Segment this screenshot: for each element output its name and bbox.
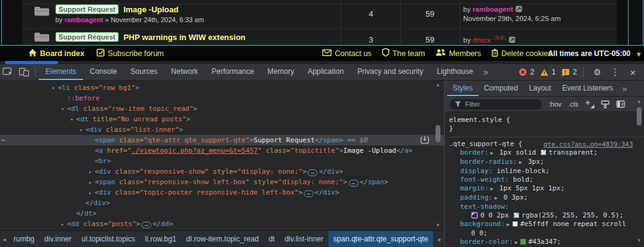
dom-tree-row[interactable]: <a href="./viewtopic.php?az_menu=&t=5457… [0, 145, 444, 156]
breadcrumb-item[interactable]: div.list-inner [280, 231, 328, 247]
sidebar-tab-computed[interactable]: Computed [479, 81, 523, 96]
toolbar-link-board-index[interactable]: Board index [28, 49, 84, 59]
scroll-down-icon[interactable]: ▼ [434, 222, 442, 228]
tree-expanded-icon[interactable]: ▾ [61, 104, 67, 115]
scroll-down-icon[interactable]: ▼ [635, 238, 643, 243]
toolbar-link-delete-cookies[interactable]: Delete cookies [491, 49, 552, 59]
scroll-up-icon[interactable]: ▲ [434, 82, 442, 87]
transparent-color-swatch[interactable] [514, 213, 519, 218]
tree-collapsed-icon[interactable]: ▸ [89, 188, 95, 198]
css-declaration[interactable]: border-radius:▶ 3px; [449, 158, 644, 167]
tree-expanded-icon[interactable]: ▾ [52, 83, 58, 94]
new-style-rule-button[interactable]: +◢ [585, 99, 594, 110]
tree-collapsed-icon[interactable]: ▸ [89, 177, 95, 188]
transparent-color-swatch[interactable] [541, 150, 546, 155]
elements-scrollbar[interactable]: ▲ ▼ [434, 81, 442, 229]
goto-post-icon[interactable] [515, 6, 522, 12]
breadcrumb-item[interactable]: li.row.bg1 [140, 231, 181, 247]
tab-network[interactable]: Network [164, 64, 205, 80]
breadcrumb-right-icon[interactable]: ▸ [435, 236, 444, 243]
last-author-link[interactable]: dmzx [472, 36, 490, 44]
expand-value-icon[interactable]: ▶ [493, 195, 499, 201]
toolbar-link-members[interactable]: Members [435, 49, 481, 58]
topic-title-link[interactable]: PHP warnings in WIW extension [124, 33, 245, 42]
css-declaration[interactable]: 0 0; [449, 229, 644, 238]
dom-tree-row[interactable]: ▾<dt title="No unread posts"> [0, 114, 444, 124]
tree-collapsed-icon[interactable]: ▸ [89, 167, 95, 177]
collapsed-content-icon[interactable]: … [349, 180, 359, 187]
tree-expanded-icon[interactable]: ▾ [70, 115, 76, 125]
rendering-emulation-icon[interactable] [601, 100, 610, 108]
toolbar-link-the-team[interactable]: The team [382, 48, 425, 59]
tab-performance[interactable]: Performance [205, 64, 261, 80]
tab-privacy-and-security[interactable]: Privacy and security [351, 64, 430, 80]
overflow-menu-icon[interactable]: ⋮ [608, 67, 622, 78]
dom-tree-row[interactable]: ▸<div class="topic-poster responsive-hid… [0, 187, 444, 198]
tab-memory[interactable]: Memory [261, 64, 301, 80]
breadcrumb-item[interactable]: dt [264, 231, 280, 247]
tab-lighthouse[interactable]: Lighthouse [430, 64, 480, 80]
topic-title-link[interactable]: Image -Upload [124, 5, 179, 14]
toolbar-link-subscribe-forum[interactable]: Subscribe forum [97, 49, 164, 59]
collapsed-content-icon[interactable]: … [308, 169, 317, 176]
css-declaration[interactable]: font-weight: bold; [449, 176, 644, 184]
color-swatch[interactable] [520, 239, 526, 245]
css-declaration[interactable]: border-color:▶#43a347; [449, 238, 644, 247]
dom-tree-row[interactable]: </div> [0, 198, 444, 208]
shadow-editor-icon[interactable] [471, 212, 478, 219]
computed-panel-toggle-icon[interactable] [616, 100, 625, 108]
tree-collapsed-icon[interactable]: ▸ [61, 219, 67, 230]
toggle-device-toolbar-icon[interactable] [16, 65, 32, 79]
author-link[interactable]: ramboagent [65, 16, 103, 23]
expand-value-icon[interactable]: ▶ [488, 150, 495, 156]
breadcrumb-item[interactable]: span.qte-attr.qte_support-qte [328, 231, 433, 247]
sidebar-tab-event-listeners[interactable]: Event Listeners [557, 81, 619, 96]
dom-tree-row[interactable]: ▸<span class="responsive-show left-box" … [0, 177, 444, 187]
dom-tree-row[interactable]: ▸<div class="responsive-show" style="dis… [0, 166, 444, 177]
goto-post-icon[interactable] [509, 36, 515, 43]
toggle-element-state-button[interactable]: :hov [549, 100, 562, 108]
dom-tree-row[interactable]: <br> [0, 156, 444, 166]
dropdown-caret-icon[interactable]: ▼ [635, 51, 642, 58]
breadcrumb-item[interactable]: div.inner [39, 231, 76, 247]
tab-elements[interactable]: Elements [39, 64, 83, 80]
css-declaration[interactable]: } [449, 124, 644, 133]
dom-tree-row[interactable]: ▾<li class="row bg1"> [0, 83, 444, 93]
dom-tree-row[interactable]: ▾<div class="list-inner"> [0, 124, 444, 135]
element-classes-button[interactable]: .cls [568, 100, 579, 108]
css-declaration[interactable]: element.style { [449, 116, 644, 124]
toolbar-link-contact-us[interactable]: Contact us [322, 49, 372, 58]
last-author-link[interactable]: ramboagent [472, 6, 513, 13]
scroll-up-icon[interactable]: ▲ [635, 99, 643, 104]
settings-gear-icon[interactable]: ⚙ [590, 67, 605, 77]
sidebar-tab-styles[interactable]: Styles [447, 81, 479, 96]
row-options-icon[interactable]: ⋯ [1, 135, 5, 145]
collapsed-content-icon[interactable]: … [304, 190, 314, 197]
collapsed-content-icon[interactable]: … [141, 222, 151, 229]
close-devtools-icon[interactable]: × [626, 67, 640, 78]
more-tabs-icon[interactable]: » [619, 84, 631, 94]
dom-tree-row[interactable]: ▸<dd class="posts">…</dd> [0, 219, 444, 229]
sidebar-tab-layout[interactable]: Layout [523, 81, 557, 96]
expand-value-icon[interactable]: ▶ [505, 222, 512, 227]
expand-value-icon[interactable]: ▶ [513, 240, 520, 245]
css-declaration[interactable]: margin:▶ 1px 5px 1px 1px; [449, 184, 644, 193]
scrollbar-thumb[interactable] [435, 125, 440, 142]
dom-tree-row[interactable]: <span class="qte-attr qte_support-qte">S… [0, 135, 444, 145]
expand-value-icon[interactable]: ▶ [488, 186, 495, 192]
styles-filter-input[interactable]: Filter [450, 99, 542, 110]
error-icon[interactable] [519, 68, 527, 76]
tab-console[interactable]: Console [83, 64, 124, 80]
warning-icon[interactable] [540, 68, 549, 76]
css-declaration[interactable]: background:▶#e5ffdf none repeat scroll [449, 220, 644, 229]
css-declaration[interactable]: 0 0 2px rgba(255, 255, 255, 0.5); [449, 211, 644, 220]
styles-scrollbar[interactable]: ▲ ▼ [635, 97, 643, 245]
scrollbar-thumb[interactable] [637, 107, 642, 126]
breadcrumb-left-icon[interactable]: ◂ [0, 236, 9, 243]
stylesheet-source-link[interactable]: qte.css?ass…on=4839:343 [544, 140, 633, 148]
css-declaration[interactable]: border:▶ 1px solid transparent; [449, 148, 644, 158]
dom-tree-row[interactable]: ::before [0, 93, 444, 103]
color-swatch[interactable] [512, 221, 518, 227]
dom-tree-row[interactable]: ▾<dl class="row-item topic_read"> [0, 103, 444, 114]
tree-expanded-icon[interactable]: ▾ [79, 125, 85, 136]
